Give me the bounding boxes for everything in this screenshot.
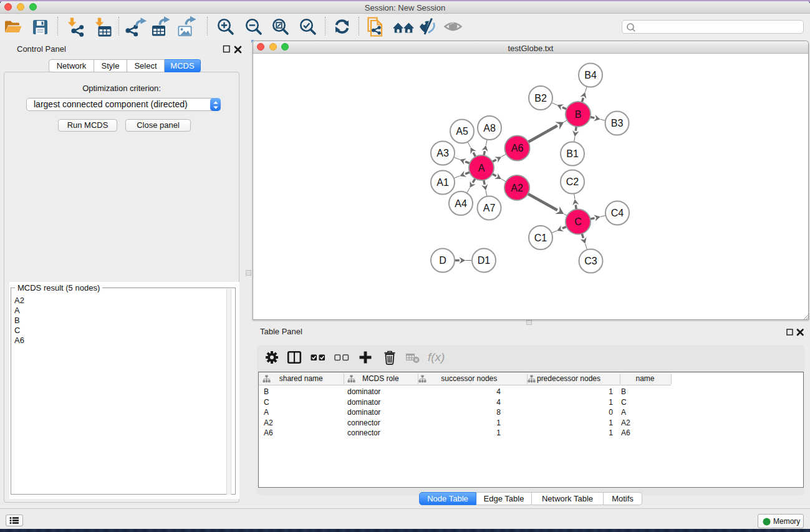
svg-text:A: A xyxy=(478,163,485,173)
svg-text:B: B xyxy=(575,109,582,120)
svg-text:D: D xyxy=(439,255,446,266)
svg-text:A1: A1 xyxy=(436,177,449,188)
svg-text:C4: C4 xyxy=(611,208,624,218)
svg-text:B2: B2 xyxy=(534,93,547,104)
svg-text:A4: A4 xyxy=(455,198,467,209)
svg-text:C1: C1 xyxy=(534,233,547,243)
svg-text:A7: A7 xyxy=(483,203,496,213)
svg-text:C2: C2 xyxy=(566,177,579,187)
svg-text:C: C xyxy=(574,216,582,227)
svg-text:C3: C3 xyxy=(584,256,597,266)
svg-text:B1: B1 xyxy=(566,148,579,159)
svg-text:B4: B4 xyxy=(584,70,597,80)
svg-text:f(x): f(x) xyxy=(428,351,445,364)
svg-text:A2: A2 xyxy=(511,183,523,193)
svg-text:A5: A5 xyxy=(456,126,468,137)
svg-text:B3: B3 xyxy=(611,118,624,128)
svg-text:A3: A3 xyxy=(436,148,449,158)
svg-text:A8: A8 xyxy=(483,123,496,133)
svg-text:D1: D1 xyxy=(478,255,491,266)
svg-text:A6: A6 xyxy=(511,143,524,153)
